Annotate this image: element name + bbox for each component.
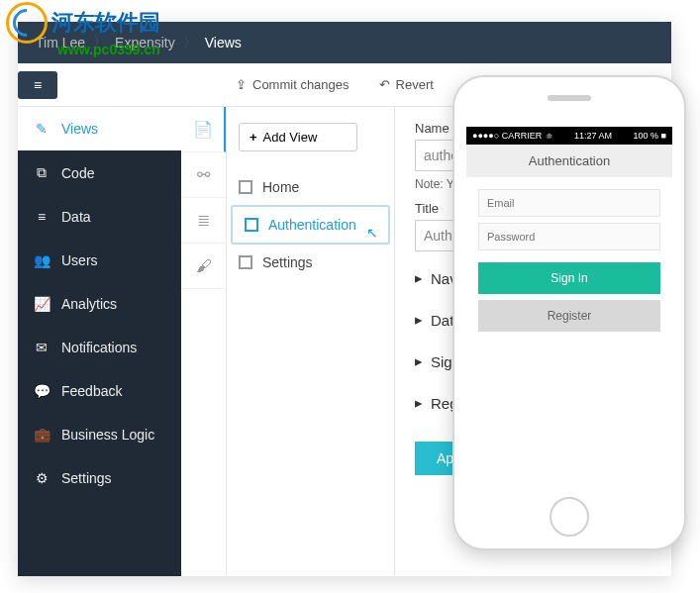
file-icon — [193, 120, 213, 139]
commit-changes-button[interactable]: Commit changes — [236, 77, 350, 92]
phone-screen-title: Authentication — [466, 145, 672, 177]
stack-icon — [197, 211, 210, 230]
view-label: Home — [262, 179, 299, 195]
phone-statusbar: ●●●●○ CARRIER ⨳ 11:27 AM 100 % ■ — [466, 127, 672, 145]
sidebar-item-label: Feedback — [61, 383, 122, 399]
revert-icon — [379, 77, 390, 92]
iconbar-file[interactable] — [181, 107, 226, 152]
sidebar-item-label: Analytics — [61, 296, 117, 312]
sidebar-item-code[interactable]: Code — [18, 150, 181, 195]
phone-signin-button[interactable]: Sign In — [478, 262, 660, 294]
view-layout-icon — [245, 218, 258, 232]
chevron-icon: 〉 — [181, 34, 199, 51]
iconbar-tree[interactable] — [181, 152, 226, 198]
status-time: 11:27 AM — [574, 131, 612, 141]
view-row-home[interactable]: Home — [227, 169, 394, 205]
caret-right-icon — [415, 311, 423, 329]
users-icon — [34, 252, 50, 268]
brush-icon — [196, 257, 212, 275]
view-label: Settings — [262, 254, 313, 270]
view-layout-icon — [239, 255, 252, 269]
brief-icon — [34, 427, 50, 443]
watermark-text: 河东软件园 — [51, 10, 160, 35]
sidebar-item-label: Views — [61, 121, 98, 137]
views-list-column: + Add View HomeAuthentication↖Settings — [227, 107, 395, 576]
caret-right-icon — [415, 394, 423, 412]
view-layout-icon — [239, 180, 252, 194]
sidebar-item-views[interactable]: Views — [18, 107, 181, 150]
cog-icon — [34, 470, 50, 486]
phone-email-input[interactable] — [478, 189, 660, 217]
caret-right-icon — [415, 352, 423, 370]
phone-register-button[interactable]: Register — [478, 300, 660, 332]
mail-icon — [34, 340, 50, 355]
sidebar-item-label: Business Logic — [61, 427, 154, 443]
add-view-label: Add View — [263, 130, 318, 145]
sidebar-item-users[interactable]: Users — [18, 239, 181, 282]
revert-button[interactable]: Revert — [379, 77, 434, 92]
view-row-settings[interactable]: Settings — [227, 245, 394, 280]
add-view-button[interactable]: + Add View — [239, 123, 357, 151]
breadcrumb-page[interactable]: Views — [199, 35, 248, 50]
sidebar-item-label: Data — [61, 209, 91, 225]
db-icon — [34, 209, 50, 225]
view-label: Authentication — [268, 217, 356, 233]
sidebar: ViewsCodeDataUsersAnalyticsNotifications… — [18, 107, 181, 576]
iconbar-stack[interactable] — [181, 198, 226, 244]
chart-icon — [34, 296, 50, 312]
sidebar-item-analytics[interactable]: Analytics — [18, 282, 181, 326]
menu-toggle-button[interactable] — [18, 71, 57, 99]
chat-icon — [34, 383, 50, 399]
sidebar-item-business-logic[interactable]: Business Logic — [18, 413, 181, 456]
revert-label: Revert — [396, 77, 434, 92]
tree-icon — [197, 165, 210, 184]
sidebar-item-label: Code — [61, 165, 94, 181]
sidebar-item-settings[interactable]: Settings — [18, 456, 181, 500]
cursor-icon: ↖ — [366, 225, 378, 241]
upload-icon — [236, 77, 247, 92]
icon-rail — [181, 107, 227, 576]
edit-icon — [34, 121, 50, 137]
iconbar-brush[interactable] — [181, 244, 226, 289]
hamburger-icon — [34, 77, 42, 93]
code-icon — [34, 164, 50, 181]
phone-password-input[interactable] — [478, 223, 660, 250]
watermark-overlay: 河东软件园 www.pc0359.cn — [6, 2, 160, 57]
sidebar-item-label: Users — [61, 252, 98, 268]
status-battery: 100 % ■ — [634, 131, 666, 141]
commit-label: Commit changes — [252, 77, 350, 92]
watermark-url: www.pc0359.cn — [57, 42, 160, 57]
view-row-authentication[interactable]: Authentication↖ — [231, 205, 390, 245]
watermark-logo-icon — [6, 2, 48, 44]
sidebar-item-label: Settings — [61, 470, 112, 486]
sidebar-item-feedback[interactable]: Feedback — [18, 369, 181, 413]
status-carrier: ●●●●○ CARRIER ⨳ — [472, 131, 553, 141]
sidebar-item-label: Notifications — [61, 340, 137, 355]
sidebar-item-notifications[interactable]: Notifications — [18, 326, 181, 369]
sidebar-item-data[interactable]: Data — [18, 195, 181, 239]
caret-right-icon — [415, 269, 423, 287]
phone-preview: ●●●●○ CARRIER ⨳ 11:27 AM 100 % ■ Authent… — [452, 75, 686, 550]
